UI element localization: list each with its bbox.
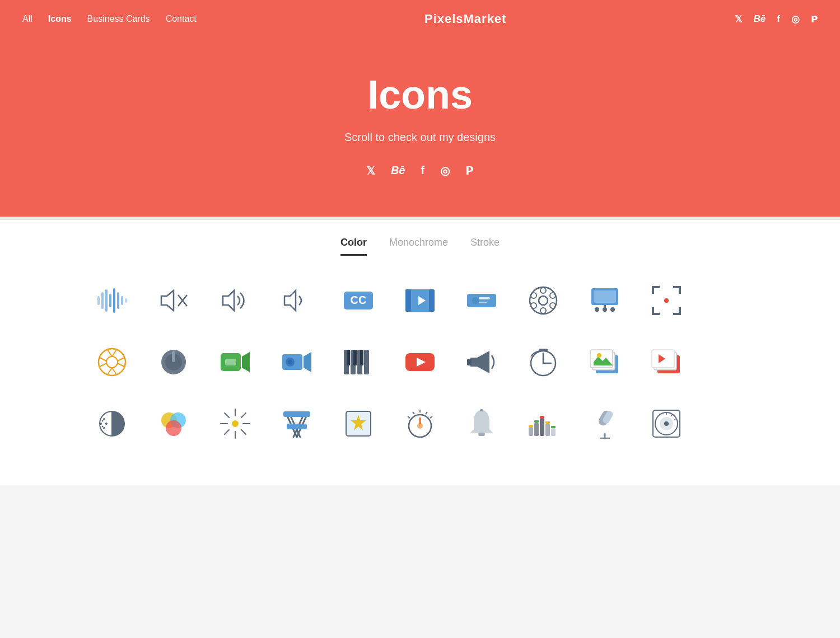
megaphone-icon (465, 345, 498, 379)
sparkle-icon (218, 407, 252, 440)
hero-twitter[interactable]: 𝕏 (366, 164, 375, 177)
svg-rect-40 (679, 286, 681, 294)
list-item (638, 273, 694, 329)
svg-point-99 (232, 420, 239, 427)
svg-rect-126 (480, 409, 483, 411)
color-mix-icon (157, 407, 190, 440)
svg-line-54 (100, 363, 106, 367)
svg-line-146 (671, 415, 672, 416)
svg-rect-134 (540, 416, 544, 418)
nav-twitter[interactable]: 𝕏 (735, 13, 743, 25)
tabs-section: Color Monochrome Stroke (0, 220, 840, 256)
list-item (638, 396, 694, 452)
svg-point-25 (540, 288, 546, 293)
movie-camera-icon (280, 345, 314, 379)
hero-instagram[interactable]: ◎ (440, 164, 450, 177)
svg-rect-22 (479, 302, 487, 303)
svg-line-51 (118, 363, 124, 367)
navbar: All Icons Business Cards Contact PixelsM… (0, 0, 840, 38)
director-chair-icon (280, 407, 314, 440)
equalizer-icon (526, 407, 560, 440)
svg-rect-136 (551, 426, 556, 428)
svg-point-91 (105, 423, 108, 425)
svg-line-53 (108, 368, 112, 374)
svg-rect-7 (125, 298, 127, 303)
aperture-icon (95, 345, 129, 379)
nav-instagram[interactable]: ◎ (791, 13, 800, 25)
svg-line-106 (241, 413, 246, 417)
svg-rect-61 (225, 359, 236, 365)
svg-point-20 (472, 297, 479, 304)
tab-stroke[interactable]: Stroke (470, 237, 500, 256)
nav-behance[interactable]: Bē (754, 13, 766, 25)
nav-social: 𝕏 Bē f ◎ 𝗣 (735, 13, 818, 25)
list-item (454, 334, 510, 390)
list-item (638, 334, 694, 390)
svg-marker-11 (223, 290, 234, 311)
timer-icon (526, 345, 560, 379)
svg-rect-42 (652, 307, 654, 315)
disc-icon (650, 407, 683, 440)
svg-marker-75 (470, 351, 489, 373)
closed-captions-icon: CC (342, 284, 375, 317)
list-item (392, 396, 448, 452)
svg-rect-5 (117, 292, 119, 309)
list-item (269, 334, 325, 390)
svg-line-52 (112, 368, 116, 374)
svg-marker-63 (304, 352, 311, 372)
hero-pinterest[interactable]: 𝗣 (465, 164, 474, 177)
list-item (700, 396, 756, 452)
svg-point-26 (540, 308, 546, 313)
svg-point-23 (530, 287, 557, 314)
svg-rect-76 (467, 359, 472, 365)
list-item (700, 334, 756, 390)
hero-facebook[interactable]: f (421, 164, 424, 177)
nav-icons[interactable]: Icons (48, 14, 72, 24)
svg-rect-69 (364, 350, 369, 374)
video-gallery-icon (650, 345, 683, 379)
svg-line-48 (108, 350, 112, 356)
focus-icon (650, 284, 683, 317)
mute-icon (157, 284, 190, 317)
svg-point-45 (664, 298, 669, 303)
hero-title: Icons (22, 72, 818, 118)
list-item (146, 334, 202, 390)
svg-point-94 (102, 420, 104, 422)
svg-line-49 (112, 350, 116, 356)
list-item (577, 334, 633, 390)
nav-all[interactable]: All (22, 14, 32, 24)
svg-rect-32 (594, 290, 616, 303)
svg-rect-1 (101, 292, 104, 309)
speaker-waves-icon (218, 284, 252, 317)
list-item: CC (330, 273, 386, 329)
svg-marker-60 (242, 352, 250, 372)
list-item (515, 396, 571, 452)
svg-rect-131 (551, 428, 556, 436)
svg-point-30 (550, 303, 556, 308)
nav-pinterest[interactable]: 𝗣 (811, 13, 818, 25)
svg-rect-4 (113, 288, 115, 313)
tab-monochrome[interactable]: Monochrome (389, 237, 448, 256)
svg-rect-133 (534, 420, 539, 423)
nav-contact[interactable]: Contact (166, 14, 197, 24)
svg-line-50 (118, 358, 124, 361)
hero-social-links: 𝕏 Bē f ◎ 𝗣 (22, 164, 818, 177)
list-item (330, 396, 386, 452)
hero-behance[interactable]: Bē (391, 164, 405, 177)
svg-line-107 (225, 430, 229, 434)
nav-center: PixelsMarket (197, 12, 735, 26)
icons-grid: CC (84, 273, 756, 452)
svg-point-35 (610, 307, 615, 312)
sound-wave-icon (95, 284, 129, 317)
nav-facebook[interactable]: f (777, 13, 780, 25)
speaker-low-icon (280, 284, 314, 317)
nav-business-cards[interactable]: Business Cards (87, 14, 150, 24)
svg-rect-127 (529, 427, 533, 436)
list-item (207, 334, 263, 390)
ticket-icon (465, 284, 498, 317)
svg-point-29 (531, 303, 536, 308)
tab-color[interactable]: Color (340, 237, 367, 256)
list-item (515, 273, 571, 329)
piano-keys-icon (342, 345, 375, 379)
bell-icon (465, 407, 498, 440)
